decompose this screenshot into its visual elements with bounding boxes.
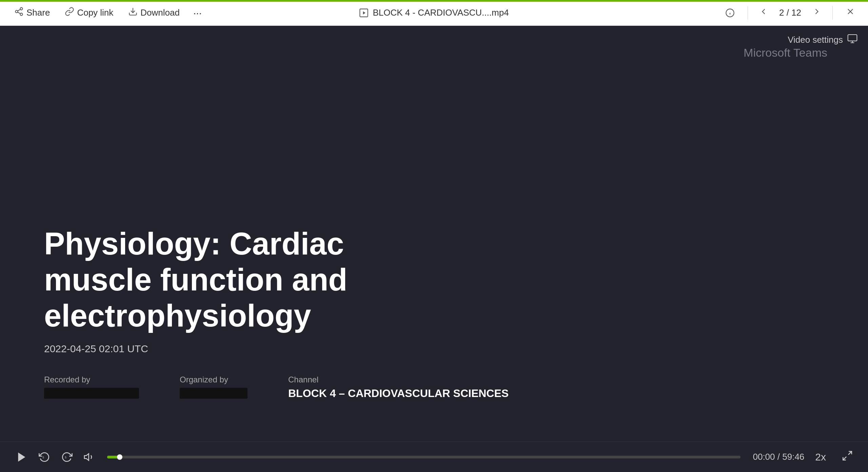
video-area: Video settings Microsoft Teams Physiolog… [0, 26, 868, 472]
video-settings-label: Video settings [788, 35, 843, 45]
top-bar-center: BLOCK 4 - CARDIOVASCU....mp4 [359, 7, 509, 18]
info-button[interactable] [721, 5, 739, 20]
copy-link-button[interactable]: Copy link [59, 4, 119, 21]
next-page-button[interactable] [809, 4, 824, 21]
download-button[interactable]: Download [122, 4, 186, 21]
close-button[interactable] [841, 4, 860, 22]
top-bar: Share Copy link Download [0, 0, 868, 26]
slide-meta: Recorded by Organized by Channel BLOCK 4… [44, 375, 834, 401]
download-label: Download [140, 7, 180, 18]
copy-link-label: Copy link [77, 7, 113, 18]
fullscreen-button[interactable] [837, 447, 858, 467]
video-settings-icon [847, 33, 858, 46]
page-counter: 2 / 12 [779, 7, 801, 18]
controls-bar: 5 5 00:00 / [0, 441, 868, 472]
svg-point-0 [20, 7, 23, 10]
play-button[interactable] [10, 448, 33, 467]
file-name: BLOCK 4 - CARDIOVASCU....mp4 [373, 7, 509, 18]
more-label: ··· [193, 7, 202, 18]
share-label: Share [26, 7, 50, 18]
svg-text:5: 5 [42, 456, 44, 459]
slide-content: Physiology: Cardiac muscle function and … [44, 226, 834, 401]
top-bar-right: 2 / 12 [509, 4, 860, 22]
progress-bar[interactable] [107, 456, 741, 458]
svg-marker-7 [363, 11, 366, 14]
progress-container [100, 456, 747, 458]
prev-page-button[interactable] [756, 4, 771, 21]
time-separator: / [777, 452, 782, 462]
organized-by-block: Organized by [180, 375, 248, 399]
slide-date: 2022-04-25 02:01 UTC [44, 343, 834, 355]
organized-by-label: Organized by [180, 375, 248, 384]
progress-dot [117, 454, 122, 460]
svg-point-2 [20, 13, 23, 16]
svg-marker-19 [84, 454, 89, 460]
rewind-button[interactable]: 5 [33, 448, 56, 466]
slide-title: Physiology: Cardiac muscle function and … [44, 226, 451, 334]
time-display: 00:00 / 59:46 [747, 452, 810, 462]
recorded-by-label: Recorded by [44, 375, 139, 384]
accent-bar [0, 0, 868, 2]
speed-label: 2x [815, 451, 826, 462]
share-icon [14, 7, 24, 19]
video-file-icon [359, 8, 369, 18]
svg-marker-16 [18, 452, 25, 461]
video-content: Video settings Microsoft Teams Physiolog… [0, 26, 868, 441]
svg-point-1 [16, 11, 18, 13]
recorded-by-block: Recorded by [44, 375, 139, 399]
svg-line-3 [18, 12, 20, 14]
organized-by-value [180, 388, 248, 399]
time-current: 00:00 [753, 452, 775, 462]
divider-2 [832, 6, 833, 20]
speed-button[interactable]: 2x [810, 449, 831, 466]
video-settings[interactable]: Video settings [788, 33, 858, 46]
volume-button[interactable] [78, 448, 100, 466]
svg-rect-13 [848, 35, 857, 41]
divider-1 [748, 6, 748, 20]
download-icon [128, 7, 138, 19]
watermark: Microsoft Teams [744, 46, 827, 59]
channel-block: Channel BLOCK 4 – CARDIOVASCULAR SCIENCE… [288, 375, 509, 401]
forward-button[interactable]: 5 [56, 448, 78, 466]
more-button[interactable]: ··· [189, 4, 206, 21]
svg-line-4 [18, 10, 20, 11]
controls-right: 2x [810, 447, 858, 467]
svg-line-21 [843, 456, 846, 460]
svg-text:5: 5 [65, 456, 66, 459]
channel-label: Channel [288, 375, 509, 384]
share-button[interactable]: Share [8, 4, 56, 21]
recorded-by-value [44, 388, 139, 399]
top-bar-left: Share Copy link Download [8, 4, 359, 21]
link-icon [65, 7, 74, 19]
svg-line-20 [848, 451, 852, 455]
channel-name: BLOCK 4 – CARDIOVASCULAR SCIENCES [288, 386, 509, 401]
time-total: 59:46 [782, 452, 804, 462]
